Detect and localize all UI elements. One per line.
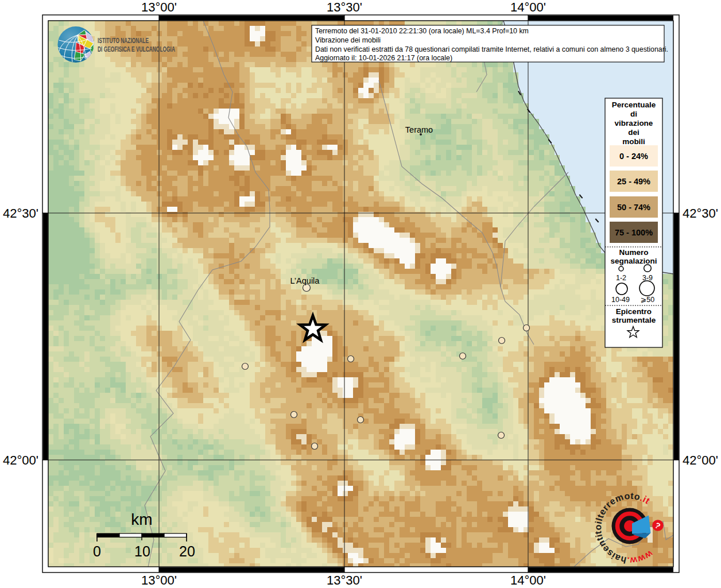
svg-text:Aggiornato il: 10-01-2026 21:1: Aggiornato il: 10-01-2026 21:17 (ora loc… bbox=[315, 54, 452, 62]
svg-text:Epicentro: Epicentro bbox=[616, 307, 652, 316]
svg-text:di: di bbox=[630, 110, 637, 118]
svg-text:0: 0 bbox=[93, 543, 101, 559]
svg-text:strumentale: strumentale bbox=[612, 316, 656, 324]
svg-text:10: 10 bbox=[134, 543, 150, 559]
svg-text:Dati non verificati estratti d: Dati non verificati estratti da 78 quest… bbox=[315, 45, 668, 53]
svg-text:50 - 74%: 50 - 74% bbox=[617, 203, 650, 212]
svg-text:Percentuale: Percentuale bbox=[612, 100, 656, 109]
svg-text:1-2: 1-2 bbox=[616, 274, 626, 282]
svg-text:42°00': 42°00' bbox=[3, 453, 38, 467]
svg-text:42°00': 42°00' bbox=[683, 453, 718, 467]
svg-text:13°30': 13°30' bbox=[327, 573, 362, 587]
svg-text:Numero: Numero bbox=[619, 248, 648, 257]
svg-text:segnalazioni: segnalazioni bbox=[610, 257, 657, 265]
svg-text:L’Aquila: L’Aquila bbox=[290, 276, 320, 285]
svg-text:14°00': 14°00' bbox=[510, 573, 546, 587]
svg-text:Terremoto del 31-01-2010 22:21: Terremoto del 31-01-2010 22:21:30 (ora l… bbox=[315, 27, 529, 35]
svg-text:vibrazione: vibrazione bbox=[615, 119, 653, 127]
svg-text:Vibrazione dei mobili: Vibrazione dei mobili bbox=[315, 36, 381, 44]
svg-text:42°30': 42°30' bbox=[683, 206, 718, 220]
svg-text:0 - 24%: 0 - 24% bbox=[619, 152, 648, 161]
svg-text:20: 20 bbox=[179, 543, 195, 559]
svg-text:dei: dei bbox=[628, 128, 639, 137]
svg-text:75 - 100%: 75 - 100% bbox=[615, 228, 653, 237]
svg-text:km: km bbox=[131, 510, 152, 528]
svg-text:Teramo: Teramo bbox=[405, 125, 433, 134]
svg-text:10-49: 10-49 bbox=[611, 296, 630, 304]
svg-text:13°30': 13°30' bbox=[327, 0, 362, 14]
svg-text:mobili: mobili bbox=[622, 137, 645, 146]
svg-text:13°00': 13°00' bbox=[141, 573, 177, 587]
svg-text:14°00': 14°00' bbox=[510, 0, 546, 14]
svg-text:DI GEOFISICA E VULCANOLOGIA: DI GEOFISICA E VULCANOLOGIA bbox=[98, 45, 175, 53]
svg-text:13°00': 13°00' bbox=[141, 0, 177, 14]
svg-text:ISTITUTO NAZIONALE: ISTITUTO NAZIONALE bbox=[98, 36, 149, 45]
svg-text:⩾50: ⩾50 bbox=[641, 296, 654, 304]
svg-text:25 - 49%: 25 - 49% bbox=[617, 177, 650, 186]
svg-text:42°30': 42°30' bbox=[3, 206, 38, 220]
